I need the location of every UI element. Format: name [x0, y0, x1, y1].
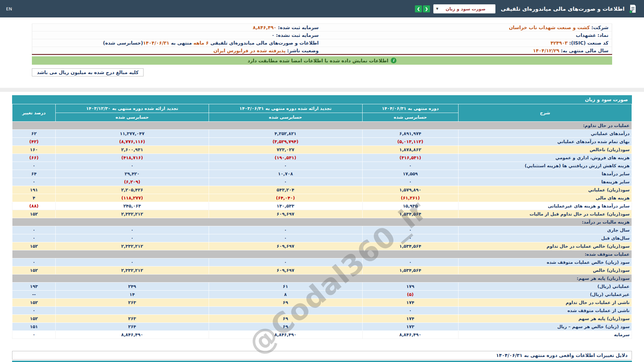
- value-restated-yearend: ۲۶۳: [56, 315, 209, 323]
- value-current-period: ۰: [362, 307, 458, 315]
- fiscal-year-label: سال مالی منتهی به:: [561, 48, 608, 53]
- company-label: شرکت:: [591, 25, 608, 30]
- value-current-period: (۳۱۶,۵۳۱): [362, 154, 458, 162]
- table-row: سود(زیان) خالص۱,۵۳۴,۵۶۴۶۰۹,۶۹۷۲,۳۳۲,۲۱۲۱…: [12, 266, 632, 275]
- value-current-period: ۱۷۴: [362, 315, 458, 323]
- value-restated-midyear: (۶۴,۰۴۰): [209, 194, 362, 202]
- page-title: اطلاعات و صورت‌های مالی میاندوره‌ای تلفی…: [501, 6, 625, 12]
- value-current-period: ۰: [362, 178, 458, 186]
- col-header-current-period: دوره منتهی به ۱۴۰۴/۰۶/۳۱: [362, 104, 458, 113]
- company-cell: شرکت: کشت و صنعت شهداب ناب خراسان: [322, 24, 612, 32]
- currency-unit-note: کلیه مبالغ درج شده به میلیون ریال می باش…: [32, 68, 144, 76]
- value-restated-yearend: ۰: [56, 226, 209, 234]
- value-current-period: (۶۱,۲۶۱): [362, 194, 458, 202]
- value-restated-midyear: ۶۹: [209, 315, 362, 323]
- row-description: سایر درآمدها: [458, 170, 632, 178]
- value-restated-yearend: ۲۴۹: [56, 283, 209, 291]
- value-current-period: ۱,۸۷۸,۸۶۲: [362, 146, 458, 154]
- symbol-cell: نماد: غشهداب: [322, 32, 612, 39]
- row-description: سایر هزینه‌ها: [458, 178, 632, 186]
- value-change-percent: ۶۴: [12, 170, 56, 178]
- value-change-percent: --: [12, 291, 56, 299]
- unit-note-row: کلیه مبالغ درج شده به میلیون ریال می باش…: [32, 68, 612, 76]
- value-change-percent: ۱۵۲: [12, 315, 56, 323]
- row-description: سال جاری: [458, 226, 632, 234]
- value-restated-midyear: ۷۲۳,۰۲۷: [209, 146, 362, 154]
- fiscal-year-value: ۱۴۰۴/۱۲/۲۹: [533, 48, 559, 53]
- table-row: هزینه کاهش ارزش دریافتني ها (هزینه استثن…: [12, 162, 632, 170]
- row-description: سال‌های قبل: [458, 234, 632, 242]
- table-row: ناشی از عملیات در حال تداوم۱۷۴۶۹۲۶۳۱۵۲: [12, 299, 632, 307]
- value-restated-yearend: ۰: [56, 234, 209, 242]
- table-row: غیرعملیاتي (ریال)(۵)۸۱۴--: [12, 291, 632, 299]
- table-row: عملیاتي (ریال)۱۷۹۶۱۲۴۹۱۹۳: [12, 283, 632, 291]
- value-current-period: (۵): [362, 291, 458, 299]
- table-row: سود(زیان) ناخالص۱,۸۷۸,۸۶۲۷۲۳,۰۲۷۲,۶۰۰,۹۳…: [12, 146, 632, 154]
- section-row: عملیات متوقف شده:: [12, 250, 632, 258]
- value-restated-midyear: ۶۹: [209, 299, 362, 307]
- value-restated-yearend: ۲۴۵,۰۶۳: [56, 202, 209, 210]
- signed-data-banner-text: اطلاعات نمایش داده شده با اطلاعات امضا ش…: [248, 58, 388, 63]
- next-statement-button[interactable]: ❯: [423, 5, 430, 12]
- value-current-period: ۰: [362, 234, 458, 242]
- value-change-percent: ۰: [12, 234, 56, 242]
- value-change-percent: ۰: [12, 307, 56, 315]
- value-current-period: (۵,۰۱۳,۱۱۲): [362, 138, 458, 146]
- value-change-percent: (۴۲): [12, 138, 56, 146]
- value-change-percent: ۶۲: [12, 130, 56, 138]
- value-restated-yearend: ۲,۳۳۲,۲۱۲: [56, 210, 209, 218]
- row-description: هزینه های مالی: [458, 194, 632, 202]
- value-change-percent: ۱۵۱: [12, 323, 56, 331]
- table-row: سرمایه۸,۸۴۶,۴۹۰۸,۸۴۶,۴۹۰۸,۸۴۶,۴۹۰۰: [12, 331, 632, 339]
- row-description: سود(زیان) عملیاتي: [458, 186, 632, 194]
- value-change-percent: ۱۵۲: [12, 299, 56, 307]
- info-icon: i: [391, 58, 396, 63]
- section-label: عملیات در حال تداوم:: [12, 122, 632, 130]
- value-restated-yearend: [56, 307, 209, 315]
- prev-statement-button[interactable]: ❮: [415, 5, 422, 12]
- section-label: عملیات متوقف شده:: [12, 250, 632, 258]
- value-current-period: ۰: [362, 162, 458, 170]
- value-restated-midyear: ۰: [209, 226, 362, 234]
- value-restated-yearend: (۶,۲۰۹): [56, 178, 209, 186]
- audited-label: حسابرسی شده: [362, 113, 458, 122]
- value-restated-yearend: ۲,۲۰۵,۴۲۶: [56, 186, 209, 194]
- value-restated-yearend: (۴۱۸,۷۱۶): [56, 154, 209, 162]
- value-restated-midyear: ۰: [209, 162, 362, 170]
- header-row-periods: شرح دوره منتهی به ۱۴۰۴/۰۶/۳۱ تجدید ارائه…: [12, 104, 632, 113]
- section-label: هزینه مالیات بر درآمد:: [12, 218, 632, 226]
- symbol-label: نماد:: [597, 33, 608, 38]
- row-description: سود(زیان) پایه هر سهم: [458, 315, 632, 323]
- row-description: سود(زیان) عملیات در حال تداوم قبل از مال…: [458, 210, 632, 218]
- publisher-status-label: وضعیت ناشر:: [287, 48, 319, 53]
- table-row: سال‌های قبل۰۰۰۰: [12, 234, 632, 242]
- report-line-text: اطلاعات و صورت‌های مالی میاندوره‌ای تلفی…: [209, 40, 319, 46]
- row-description: سود (زیان) خالص عملیات متوقف شده: [458, 258, 632, 266]
- value-change-percent: ۰: [12, 226, 56, 234]
- value-change-percent: (۸۸): [12, 202, 56, 210]
- section-row: هزینه مالیات بر درآمد:: [12, 218, 632, 226]
- value-current-period: ۱۷۹: [362, 283, 458, 291]
- report-document-icon: [628, 4, 638, 14]
- signed-data-banner: i اطلاعات نمایش داده شده با اطلاعات امضا…: [32, 56, 612, 65]
- income-statement-section: صورت سود و زیان شرح دوره منتهی به ۱۴۰۴/۰…: [12, 95, 632, 339]
- value-restated-yearend: ۲,۳۳۲,۲۱۲: [56, 242, 209, 250]
- value-restated-midyear: ۶۰۹,۶۹۷: [209, 266, 362, 275]
- fiscal-year-cell: سال مالی منتهی به: ۱۴۰۴/۱۲/۲۹: [322, 47, 612, 55]
- language-toggle-en[interactable]: EN: [6, 6, 12, 11]
- isic-label: کد صنعت (ISIC):: [569, 40, 608, 46]
- company-value: کشت و صنعت شهداب ناب خراسان: [509, 25, 590, 30]
- table-row: سود(زیان) عملیاتي۱,۵۷۹,۸۹۰۵۴۳,۲۰۴۲,۲۰۵,۴…: [12, 186, 632, 194]
- row-description: سود(زیان) خالص عملیات در حال تداوم: [458, 242, 632, 250]
- col-header-restated-midyear: تجدید ارائه شده دوره منتهی به ۱۴۰۳/۰۶/۳۱: [209, 104, 362, 113]
- change-reasons-header: دلایل تغییرات اطلاعات واقعی دوره منتهی ب…: [12, 351, 632, 360]
- table-row: سایر درآمدها۱۷,۵۵۹۱۰,۷۰۸۲۹,۴۲۰۶۴: [12, 170, 632, 178]
- isic-cell: کد صنعت (ISIC): ۴۲۴۹۰۳: [322, 39, 612, 47]
- section-row: عملیات در حال تداوم:: [12, 122, 632, 130]
- unregistered-capital-value: ۰: [272, 33, 275, 38]
- statement-type-select[interactable]: صورت سود و زیان ▼: [433, 4, 495, 13]
- row-description: درآمدهای عملیاتي: [458, 130, 632, 138]
- company-info-table: شرکت: کشت و صنعت شهداب ناب خراسان سرمایه…: [32, 23, 612, 55]
- value-restated-yearend: ۱۴: [56, 291, 209, 299]
- value-restated-yearend: ۲۶۳: [56, 299, 209, 307]
